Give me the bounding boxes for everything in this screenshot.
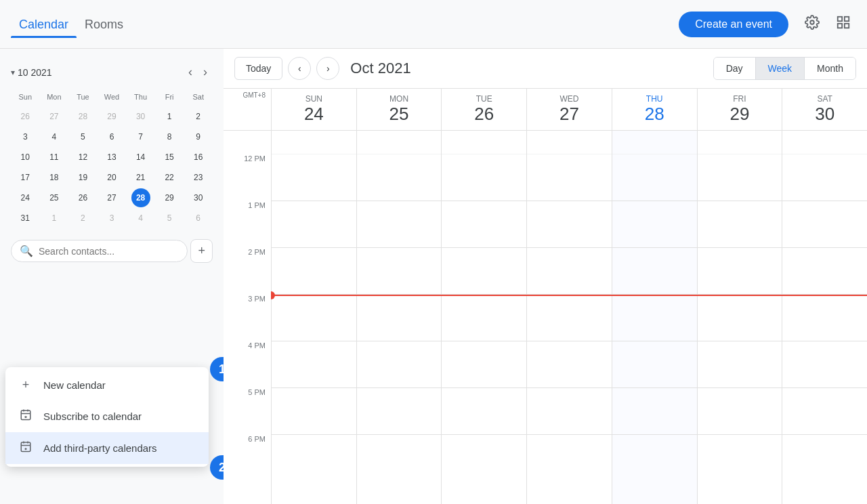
week-header-day-1[interactable]: Mon 25 xyxy=(356,89,442,130)
mini-cal-day[interactable]: 29 xyxy=(160,188,179,207)
mini-cal-day[interactable]: 17 xyxy=(16,168,35,187)
slot[interactable] xyxy=(782,248,867,295)
week-header-day-4[interactable]: Thu 28 xyxy=(612,89,697,130)
slot[interactable] xyxy=(357,248,442,295)
slot[interactable] xyxy=(357,295,442,341)
slot[interactable] xyxy=(442,201,526,248)
slot[interactable] xyxy=(527,154,612,201)
grid-icon[interactable] xyxy=(830,9,856,39)
mini-cal-day[interactable]: 14 xyxy=(131,148,150,167)
mini-cal-day[interactable]: 31 xyxy=(16,209,35,228)
dropdown-item-subscribe[interactable]: Subscribe to calendar xyxy=(5,400,209,432)
mini-cal-day[interactable]: 19 xyxy=(73,168,92,187)
mini-cal-day[interactable]: 22 xyxy=(160,168,179,187)
mini-cal-day[interactable]: 5 xyxy=(160,209,179,228)
mini-cal-day[interactable]: 29 xyxy=(102,107,121,126)
prev-week-button[interactable]: ‹ xyxy=(288,57,311,80)
slot[interactable] xyxy=(612,388,697,435)
mini-cal-day[interactable]: 4 xyxy=(45,127,64,146)
mini-cal-day[interactable]: 23 xyxy=(189,168,208,187)
col-fri[interactable] xyxy=(697,131,782,504)
col-thu[interactable] xyxy=(612,131,697,504)
slot[interactable] xyxy=(612,341,697,388)
mini-cal-day[interactable]: 15 xyxy=(160,148,179,167)
slot[interactable] xyxy=(527,201,612,248)
week-header-day-6[interactable]: Sat 30 xyxy=(782,89,867,130)
mini-cal-day[interactable]: 20 xyxy=(102,168,121,187)
mini-cal-day[interactable]: 27 xyxy=(102,188,121,207)
mini-cal-day[interactable]: 21 xyxy=(131,168,150,187)
slot[interactable] xyxy=(442,341,526,388)
mini-cal-day[interactable]: 11 xyxy=(45,148,64,167)
slot[interactable] xyxy=(612,154,697,201)
today-button[interactable]: Today xyxy=(234,57,282,80)
slot[interactable] xyxy=(782,341,867,388)
tab-calendar[interactable]: Calendar xyxy=(11,12,77,37)
mini-cal-day[interactable]: 28 xyxy=(73,107,92,126)
week-header-day-2[interactable]: Tue 26 xyxy=(441,89,526,130)
col-sun[interactable] xyxy=(271,131,356,504)
mini-cal-day[interactable]: 6 xyxy=(189,209,208,228)
week-header-day-3[interactable]: Wed 27 xyxy=(526,89,612,130)
mini-cal-day[interactable]: 2 xyxy=(189,107,208,126)
slot[interactable] xyxy=(442,248,526,295)
slot[interactable] xyxy=(272,341,356,388)
slot[interactable] xyxy=(698,341,782,388)
slot[interactable] xyxy=(612,295,697,341)
view-week-button[interactable]: Week xyxy=(755,58,805,79)
mini-cal-day[interactable]: 13 xyxy=(102,148,121,167)
slot[interactable] xyxy=(357,154,442,201)
slot[interactable] xyxy=(527,388,612,435)
slot[interactable] xyxy=(442,388,526,435)
mini-cal-day[interactable]: 30 xyxy=(131,107,150,126)
view-day-button[interactable]: Day xyxy=(714,58,755,79)
slot[interactable] xyxy=(698,248,782,295)
slot[interactable] xyxy=(527,341,612,388)
mini-cal-today[interactable]: 28 xyxy=(131,188,150,207)
col-sat[interactable] xyxy=(782,131,867,504)
slot[interactable] xyxy=(357,388,442,435)
mini-cal-day[interactable]: 3 xyxy=(16,127,35,146)
mini-cal-day[interactable]: 10 xyxy=(16,148,35,167)
slot[interactable] xyxy=(612,201,697,248)
mini-cal-day[interactable]: 18 xyxy=(45,168,64,187)
create-event-button[interactable]: Create an event xyxy=(679,12,788,37)
slot[interactable] xyxy=(698,201,782,248)
slot[interactable] xyxy=(782,201,867,248)
mini-cal-day[interactable]: 2 xyxy=(73,209,92,228)
mini-cal-day[interactable]: 16 xyxy=(189,148,208,167)
search-contacts-input[interactable] xyxy=(39,246,179,257)
slot[interactable] xyxy=(527,295,612,341)
mini-cal-day[interactable]: 5 xyxy=(73,127,92,146)
slot[interactable] xyxy=(698,154,782,201)
mini-cal-day[interactable]: 1 xyxy=(45,209,64,228)
slot[interactable] xyxy=(272,154,356,201)
mini-cal-day[interactable]: 27 xyxy=(45,107,64,126)
mini-cal-day[interactable]: 9 xyxy=(189,127,208,146)
slot[interactable] xyxy=(442,154,526,201)
slot[interactable] xyxy=(782,295,867,341)
add-calendar-button[interactable]: + xyxy=(190,239,213,263)
slot[interactable] xyxy=(527,248,612,295)
mini-cal-day[interactable]: 26 xyxy=(73,188,92,207)
slot[interactable] xyxy=(698,388,782,435)
slot[interactable] xyxy=(272,201,356,248)
mini-cal-day[interactable]: 3 xyxy=(102,209,121,228)
slot[interactable] xyxy=(698,295,782,341)
col-wed[interactable] xyxy=(526,131,612,504)
slot[interactable] xyxy=(357,201,442,248)
slot[interactable] xyxy=(272,248,356,295)
dropdown-item-new-calendar[interactable]: + New calendar xyxy=(5,370,209,400)
mini-cal-day[interactable]: 26 xyxy=(16,107,35,126)
mini-cal-day[interactable]: 6 xyxy=(102,127,121,146)
slot[interactable] xyxy=(782,154,867,201)
tab-rooms[interactable]: Rooms xyxy=(77,12,131,37)
slot[interactable] xyxy=(272,388,356,435)
col-mon[interactable] xyxy=(356,131,442,504)
settings-icon[interactable] xyxy=(799,9,825,39)
mini-cal-day[interactable]: 12 xyxy=(73,148,92,167)
mini-cal-prev[interactable]: ‹ xyxy=(183,62,198,82)
mini-cal-day[interactable]: 8 xyxy=(160,127,179,146)
col-tue[interactable] xyxy=(441,131,526,504)
view-month-button[interactable]: Month xyxy=(804,58,855,79)
